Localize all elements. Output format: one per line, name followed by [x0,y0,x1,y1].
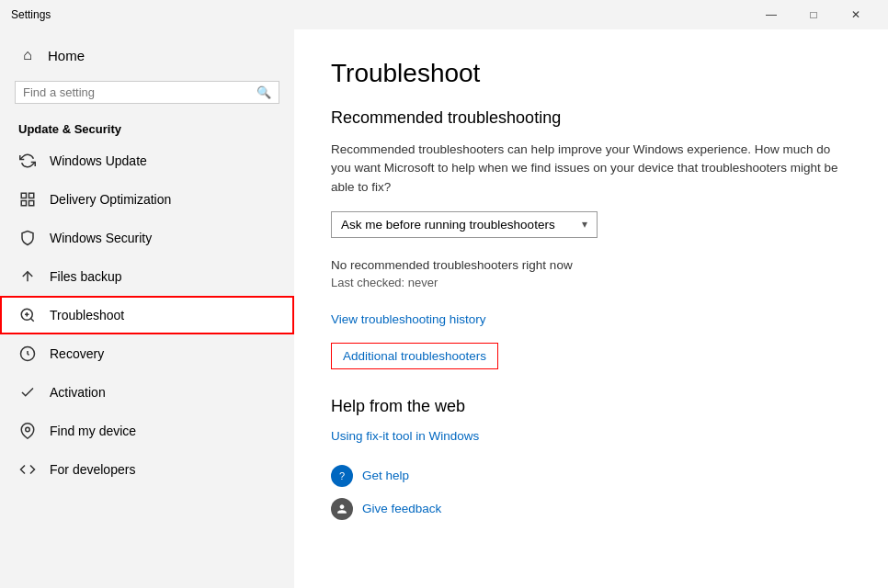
page-title: Troubleshoot [331,59,851,88]
sidebar-item-find-my-device[interactable]: Find my device [0,412,294,450]
sidebar-item-for-developers[interactable]: For developers [0,450,294,489]
view-history-link[interactable]: View troubleshooting history [331,312,486,326]
dropdown-value: Ask me before running troubleshooters [341,218,555,232]
get-help-icon: ? [331,465,353,487]
svg-rect-2 [29,201,34,206]
get-help-link[interactable]: Get help [362,469,409,482]
recommended-section-title: Recommended troubleshooting [331,108,851,128]
svg-rect-0 [21,193,26,198]
recovery-icon [18,345,37,363]
troubleshoot-label: Troubleshoot [50,308,124,322]
app-title: Settings [11,8,51,21]
windows-update-icon [18,152,37,170]
search-input[interactable] [23,85,256,99]
give-feedback-link[interactable]: Give feedback [362,502,441,515]
home-icon: ⌂ [18,46,37,64]
sidebar-section-title: Update & Security [0,115,294,141]
additional-troubleshooters-button[interactable]: Additional troubleshooters [331,343,498,369]
delivery-optimization-icon [18,190,37,209]
search-icon[interactable]: 🔍 [256,85,271,99]
fix-it-link[interactable]: Using fix-it tool in Windows [331,429,851,443]
troubleshooter-dropdown[interactable]: Ask me before running troubleshooters ▾ [331,211,598,238]
windows-update-label: Windows Update [50,153,147,168]
app-body: ⌂ Home 🔍 Update & Security Windows Updat… [0,29,888,588]
sidebar-item-activation[interactable]: Activation [0,373,294,412]
window-controls: — □ ✕ [750,0,877,29]
no-troubleshooters-text: No recommended troubleshooters right now [331,258,851,272]
find-my-device-icon [18,422,37,440]
sidebar-item-windows-security[interactable]: Windows Security [0,219,294,257]
windows-security-label: Windows Security [50,231,152,245]
svg-line-6 [30,318,33,321]
sidebar-item-home[interactable]: ⌂ Home [0,29,294,81]
delivery-optimization-label: Delivery Optimization [50,192,171,207]
chevron-down-icon: ▾ [582,218,587,231]
give-feedback-icon [331,498,353,520]
troubleshoot-icon [18,306,37,324]
find-my-device-label: Find my device [50,424,136,438]
svg-rect-1 [29,193,34,198]
svg-rect-3 [21,201,26,206]
files-backup-icon [18,267,37,286]
recovery-label: Recovery [50,346,104,361]
last-checked-text: Last checked: never [331,276,851,289]
sidebar-item-windows-update[interactable]: Windows Update [0,141,294,180]
sidebar-item-troubleshoot[interactable]: Troubleshoot [0,296,294,334]
for-developers-icon [18,460,37,479]
get-help-row[interactable]: ? Get help [331,465,851,487]
sidebar-item-recovery[interactable]: Recovery [0,334,294,373]
sidebar-item-delivery-optimization[interactable]: Delivery Optimization [0,180,294,219]
title-bar: Settings — □ ✕ [0,0,888,29]
sidebar-home-label: Home [48,48,85,63]
activation-label: Activation [50,385,106,400]
search-box[interactable]: 🔍 [15,81,279,104]
give-feedback-row[interactable]: Give feedback [331,498,851,520]
help-section-title: Help from the web [331,397,851,416]
sidebar: ⌂ Home 🔍 Update & Security Windows Updat… [0,29,294,588]
close-button[interactable]: ✕ [835,0,877,29]
activation-icon [18,383,37,401]
sidebar-item-files-backup[interactable]: Files backup [0,257,294,296]
recommended-description: Recommended troubleshooters can help imp… [331,141,851,197]
files-backup-label: Files backup [50,269,122,284]
minimize-button[interactable]: — [750,0,792,29]
windows-security-icon [18,229,37,247]
for-developers-label: For developers [50,462,135,477]
main-content: Troubleshoot Recommended troubleshooting… [294,29,888,588]
maximize-button[interactable]: □ [792,0,835,29]
svg-point-10 [26,427,30,432]
